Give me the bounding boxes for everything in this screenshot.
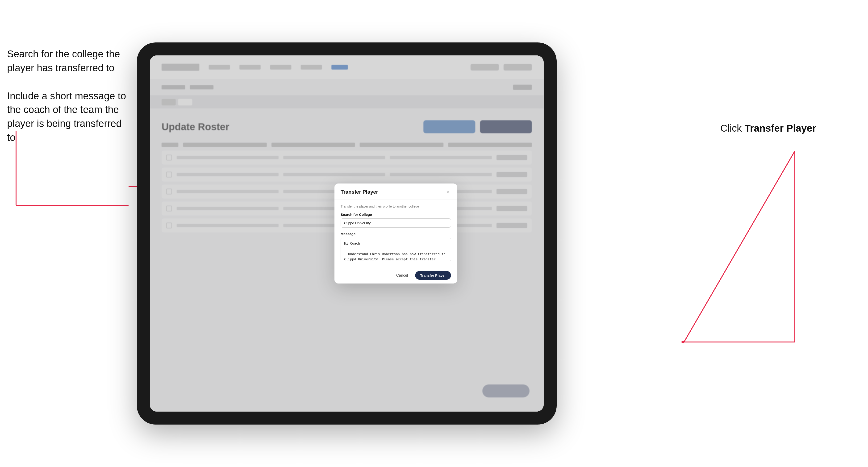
annotation-left-top: Search for the college the player has tr… — [7, 47, 130, 75]
annotation-right: Click Transfer Player — [720, 123, 816, 134]
modal-overlay: Transfer Player × Transfer the player an… — [150, 55, 544, 412]
modal-subtitle: Transfer the player and their profile to… — [341, 205, 451, 208]
modal-title: Transfer Player — [341, 189, 378, 195]
modal-body: Transfer the player and their profile to… — [335, 200, 457, 267]
cancel-button[interactable]: Cancel — [393, 272, 411, 280]
transfer-player-modal: Transfer Player × Transfer the player an… — [335, 184, 457, 283]
modal-header: Transfer Player × — [335, 184, 457, 200]
modal-close-button[interactable]: × — [444, 189, 451, 195]
search-college-input[interactable] — [341, 218, 451, 228]
transfer-player-button[interactable]: Transfer Player — [415, 271, 451, 280]
modal-footer: Cancel Transfer Player — [335, 267, 457, 283]
annotation-left: Search for the college the player has tr… — [7, 47, 130, 159]
tablet-screen: Update Roster — [150, 55, 544, 412]
svg-marker-7 — [680, 341, 684, 343]
svg-line-4 — [684, 151, 795, 342]
search-college-label: Search for College — [341, 213, 451, 217]
message-textarea[interactable] — [341, 238, 451, 261]
message-label: Message — [341, 232, 451, 236]
annotation-left-bottom: Include a short message to the coach of … — [7, 89, 130, 145]
tablet-frame: Update Roster — [137, 42, 557, 425]
annotation-right-text: Click — [720, 123, 745, 134]
annotation-right-bold: Transfer Player — [744, 123, 816, 134]
